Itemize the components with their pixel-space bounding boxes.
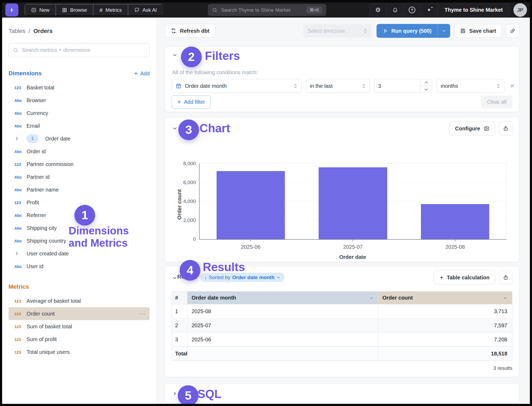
sidebar-field-user-id[interactable]: AbcUser id xyxy=(9,260,150,273)
run-query-options-button[interactable] xyxy=(438,24,450,38)
user-avatar[interactable]: JP xyxy=(513,3,527,17)
number-type-icon: 123 xyxy=(14,324,27,329)
field-label: Order date xyxy=(45,136,71,142)
stepper-up-button[interactable] xyxy=(420,79,432,86)
number-type-icon: 123 xyxy=(14,337,27,342)
field-label: Shipping country xyxy=(27,238,66,244)
chevron-right-icon[interactable] xyxy=(14,136,27,141)
collapse-results-chevron-icon[interactable] xyxy=(172,275,177,281)
results-count: 3 results xyxy=(493,365,512,371)
timezone-select[interactable]: Select timezone xyxy=(303,24,372,38)
share-export-icon xyxy=(503,126,509,131)
table-row[interactable]: 12025-083,713 xyxy=(172,304,512,318)
order-count-cell: 3,713 xyxy=(378,304,512,318)
export-results-button[interactable] xyxy=(499,271,512,284)
sidebar-field-partner-id[interactable]: AbcPartner id xyxy=(9,171,150,183)
collapse-filters-chevron-icon[interactable] xyxy=(172,52,178,58)
stepper-down-button[interactable] xyxy=(420,86,432,93)
sidebar-field-average-of-basket-total[interactable]: 123Average of basket total xyxy=(9,295,150,307)
sidebar-field-basket-total[interactable]: 123Basket total xyxy=(9,81,150,94)
sidebar-field-partner-name[interactable]: AbcPartner name xyxy=(9,183,150,196)
field-label: Partner commission xyxy=(27,161,74,167)
nav-metrics-button[interactable]: # Metrics xyxy=(93,4,128,16)
explore-toolbar: Refresh dbt Select timezone Run query (5… xyxy=(165,24,519,38)
field-label: Sum of basket total xyxy=(27,324,72,330)
sidebar-field-email[interactable]: AbcEmail xyxy=(9,119,150,132)
play-icon xyxy=(383,28,388,34)
field-label: Total unique users xyxy=(27,349,70,355)
sidebar-field-currency[interactable]: AbcCurrency xyxy=(9,107,150,119)
breadcrumb-tables-link[interactable]: Tables xyxy=(9,28,26,35)
x-axis-tick-label: 2025-06 xyxy=(241,244,260,250)
table-row[interactable]: 22025-077,597 xyxy=(172,318,512,333)
refresh-dbt-button[interactable]: Refresh dbt xyxy=(165,24,215,38)
top-navbar: New Browse # Metrics Ask AI Search Thyme… xyxy=(2,2,530,18)
add-filter-button[interactable]: + Add filter xyxy=(172,95,210,109)
field-label: Shipping city xyxy=(27,225,57,231)
filter-operator-select[interactable]: in the last xyxy=(306,79,370,93)
collapse-chart-chevron-icon[interactable] xyxy=(172,126,178,131)
chevron-right-icon[interactable] xyxy=(14,251,27,256)
filters-section: 2 Filters All of the following condition… xyxy=(165,46,519,112)
panel-right-icon xyxy=(484,126,489,131)
table-calculation-button[interactable]: + Table calculation xyxy=(434,271,495,284)
row-number-column-header: # xyxy=(172,292,187,304)
add-dimension-button[interactable]: + Add xyxy=(134,70,150,77)
chevron-down-icon xyxy=(276,275,281,280)
settings-button[interactable]: ⚙ xyxy=(370,4,387,16)
results-annotation-title: Results xyxy=(203,260,245,274)
sidebar-field-order-date[interactable]: 1Order date xyxy=(9,132,150,145)
plus-square-icon xyxy=(31,7,36,13)
filter-value-input[interactable]: 3 xyxy=(374,79,432,93)
text-type-icon: Abc xyxy=(14,98,27,103)
nav-ask-ai-button[interactable]: Ask AI xyxy=(128,4,163,16)
sidebar-field-total-unique-users[interactable]: 123Total unique users xyxy=(9,346,150,358)
more-options-icon[interactable]: ⋯ xyxy=(139,310,146,317)
text-type-icon: Abc xyxy=(14,239,27,243)
run-query-button[interactable]: Run query (500) xyxy=(377,24,450,38)
table-row[interactable]: 32025-067,208 xyxy=(172,333,512,346)
sidebar-field-sum-of-profit[interactable]: 123Sum of profit xyxy=(9,333,150,346)
sidebar-field-order-count[interactable]: 123Order count⋯ xyxy=(9,307,150,320)
sidebar-field-sum-of-basket-total[interactable]: 123Sum of basket total xyxy=(9,320,150,333)
filter-field-select[interactable]: Order date month xyxy=(172,79,301,93)
order-count-cell: 7,208 xyxy=(378,333,512,346)
org-switcher[interactable]: Thyme to Shine Market xyxy=(438,4,510,16)
save-chart-button[interactable]: Save chart xyxy=(454,24,502,38)
clear-all-filters-button[interactable]: Clear all xyxy=(481,96,512,108)
notifications-button[interactable] xyxy=(387,4,404,16)
bar-2025-07[interactable] xyxy=(319,167,387,239)
order-date-month-cell: 2025-06 xyxy=(187,333,378,346)
configure-chart-button[interactable]: Configure xyxy=(449,122,495,135)
order-date-month-cell: 2025-08 xyxy=(187,304,378,318)
number-type-icon: 123 xyxy=(14,299,27,303)
order-count-column-header[interactable]: Order count xyxy=(378,292,512,304)
breadcrumb-current-table: Orders xyxy=(33,28,53,35)
remove-filter-button[interactable]: × xyxy=(509,82,515,90)
sidebar-field-browser[interactable]: AbcBrowser xyxy=(9,94,150,107)
sorted-by-pill[interactable]: ↓ Sorted by Order date month xyxy=(200,273,285,282)
order-date-month-column-header[interactable]: Order date month xyxy=(187,292,378,304)
nav-ask-ai-label: Ask AI xyxy=(142,7,157,13)
plus-icon: + xyxy=(440,274,443,281)
share-link-button[interactable] xyxy=(506,24,519,38)
ai-sparkles-button[interactable]: ✦ ✦ xyxy=(421,4,438,16)
help-button[interactable]: ? xyxy=(404,4,421,16)
chart-x-axis-title: Order date xyxy=(339,254,366,260)
bar-2025-08[interactable] xyxy=(421,204,489,239)
nav-new-button[interactable]: New xyxy=(25,4,56,16)
filter-unit-select[interactable]: months xyxy=(437,79,504,93)
export-chart-button[interactable] xyxy=(499,122,512,135)
link-icon xyxy=(510,28,516,34)
sidebar-field-order-id[interactable]: AbcOrder id xyxy=(9,145,150,158)
expand-sql-chevron-icon[interactable] xyxy=(172,391,178,396)
field-label: Email xyxy=(27,123,40,129)
bar-2025-06[interactable] xyxy=(217,171,285,239)
bell-icon xyxy=(392,7,398,13)
global-search-input[interactable]: Search Thyme to Shine Market ⌘+K xyxy=(208,4,326,16)
fields-search-input[interactable]: Search metrics + dimensions xyxy=(9,43,150,57)
app-logo[interactable] xyxy=(5,3,18,16)
nav-browse-button[interactable]: Browse xyxy=(56,4,93,16)
sidebar-field-partner-commission[interactable]: 123Partner commission xyxy=(9,158,150,171)
floppy-disk-icon xyxy=(460,28,466,34)
